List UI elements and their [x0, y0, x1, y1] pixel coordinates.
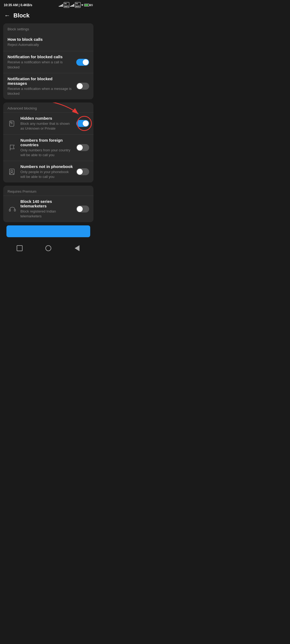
header: ← Block	[0, 9, 97, 23]
main-content: Block settings How to block calls Reject…	[0, 23, 97, 237]
signal-icon	[59, 3, 63, 7]
hidden-number-icon: ?	[9, 120, 16, 127]
advanced-blocking-card: Advanced blocking ?	[3, 103, 93, 182]
vo-wifi-label: VoWiFi	[64, 2, 69, 8]
status-time: 10:35 AM | 0.4KB/s	[4, 3, 32, 7]
notification-calls-content: Notification for blocked calls Receive a…	[8, 54, 76, 69]
notification-messages-row[interactable]: Notification for blocked messages Receiv…	[3, 73, 93, 99]
how-to-block-subtitle: Reject Automatically	[8, 42, 89, 47]
premium-cta-bar[interactable]	[6, 225, 90, 237]
hidden-numbers-row[interactable]: ? Hidden numbers Block any number that i…	[3, 112, 93, 134]
not-in-phonebook-title: Numbers not in phonebook	[20, 164, 73, 169]
block-settings-card: Block settings How to block calls Reject…	[3, 23, 93, 99]
not-in-phonebook-subtitle: Only people in your phonebook will be ab…	[20, 170, 73, 179]
block-140-toggle[interactable]	[76, 206, 89, 213]
signal-icon-2	[70, 3, 74, 7]
block-settings-label: Block settings	[3, 23, 93, 33]
foreign-countries-toggle[interactable]	[76, 144, 89, 151]
page-title: Block	[13, 12, 30, 19]
square-icon	[17, 245, 23, 251]
phonebook-icon	[9, 168, 16, 175]
not-in-phonebook-toggle[interactable]	[76, 168, 89, 175]
foreign-countries-title: Numbers from foreign countries	[20, 138, 73, 147]
back-button[interactable]: ←	[4, 12, 10, 19]
notification-messages-toggle[interactable]	[76, 83, 89, 90]
svg-point-8	[11, 170, 13, 172]
wifi-icon: ▾	[81, 3, 83, 7]
hidden-numbers-subtitle: Block any number that is shown as Unknow…	[20, 121, 73, 131]
notification-calls-row[interactable]: Notification for blocked calls Receive a…	[3, 51, 93, 73]
notification-messages-content: Notification for blocked messages Receiv…	[8, 76, 76, 96]
triangle-icon	[75, 245, 79, 251]
hidden-numbers-toggle[interactable]	[76, 120, 89, 127]
hidden-numbers-content: Hidden numbers Block any number that is …	[20, 116, 76, 131]
advanced-blocking-label: Advanced blocking	[3, 103, 93, 112]
hidden-numbers-icon-container: ?	[8, 119, 17, 128]
circle-icon	[45, 245, 51, 251]
hidden-numbers-title: Hidden numbers	[20, 116, 73, 120]
block-140-row[interactable]: Block 140 series telemarketers Block reg…	[3, 196, 93, 222]
vo-wifi-label-2: VoWiFi	[75, 2, 81, 8]
block-140-subtitle: Block registered Indian telemarketers	[20, 209, 73, 219]
status-bar: 10:35 AM | 0.4KB/s VoWiFi VoWiFi ▾ 99	[0, 0, 97, 9]
svg-text:?: ?	[10, 121, 12, 123]
foreign-countries-icon-container	[8, 143, 17, 152]
nav-back-button[interactable]	[74, 245, 81, 252]
nav-bar	[0, 240, 97, 254]
notification-messages-subtitle: Receive a notification when a message is…	[8, 86, 73, 96]
headset-icon	[9, 205, 16, 213]
nav-home-button[interactable]	[45, 245, 52, 252]
notification-calls-subtitle: Receive a notification when a call is bl…	[8, 60, 73, 69]
nav-square-button[interactable]	[16, 245, 23, 252]
foreign-countries-subtitle: Only numbers from your country will be a…	[20, 148, 73, 158]
foreign-countries-content: Numbers from foreign countries Only numb…	[20, 138, 76, 158]
status-icons: VoWiFi VoWiFi ▾ 99	[59, 2, 93, 8]
premium-label: Requires Premium	[3, 186, 93, 196]
block-140-icon-container	[8, 204, 17, 214]
block-140-content: Block 140 series telemarketers Block reg…	[20, 199, 76, 219]
flag-icon	[9, 144, 16, 151]
block-140-title: Block 140 series telemarketers	[20, 199, 73, 208]
not-in-phonebook-content: Numbers not in phonebook Only people in …	[20, 164, 76, 179]
not-in-phonebook-row[interactable]: Numbers not in phonebook Only people in …	[3, 161, 93, 182]
notification-calls-title: Notification for blocked calls	[8, 54, 73, 59]
how-to-block-title: How to block calls	[8, 37, 89, 42]
how-to-block-row[interactable]: How to block calls Reject Automatically	[3, 33, 93, 51]
notification-calls-toggle[interactable]	[76, 59, 89, 66]
not-in-phonebook-icon-container	[8, 167, 17, 177]
foreign-countries-row[interactable]: Numbers from foreign countries Only numb…	[3, 134, 93, 161]
notification-messages-title: Notification for blocked messages	[8, 76, 73, 86]
battery-icon: 99	[84, 3, 93, 7]
premium-card: Requires Premium Block 140 series telema…	[3, 186, 93, 222]
